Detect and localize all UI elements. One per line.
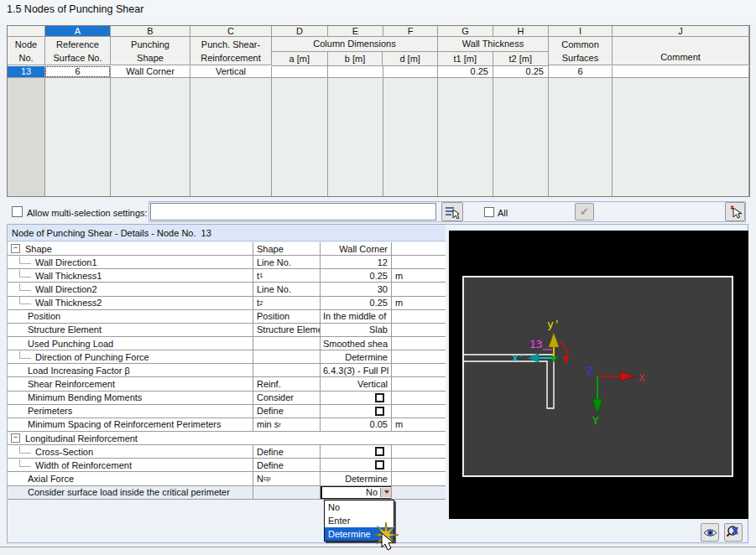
details-row-value[interactable]: 0.25 xyxy=(321,297,392,309)
dropdown-option-no[interactable]: No xyxy=(325,501,394,514)
details-checkbox[interactable] xyxy=(375,447,384,456)
select-special-button[interactable] xyxy=(725,202,745,221)
header-common-surfaces[interactable]: Common Surfaces xyxy=(549,37,613,65)
column-letter-h[interactable]: H xyxy=(493,26,549,37)
collapse-icon[interactable]: − xyxy=(11,433,20,443)
details-row-value[interactable]: Wall Corner xyxy=(321,242,392,255)
column-letter-j[interactable]: J xyxy=(613,26,749,37)
details-row-param: Shape xyxy=(253,242,321,255)
details-row-value[interactable]: Vertical xyxy=(321,377,392,390)
details-row-label[interactable]: Consider surface load inside the critica… xyxy=(8,486,253,499)
details-checkbox[interactable] xyxy=(375,460,384,469)
details-row-value[interactable] xyxy=(321,459,392,471)
window-bottom-strip xyxy=(0,543,756,555)
cell-comment[interactable] xyxy=(613,66,749,78)
details-row-param: Define xyxy=(253,459,321,471)
details-row-label[interactable]: Minimum Spacing of Reinforcement Perimet… xyxy=(8,418,253,431)
header-node-no[interactable]: Node No. xyxy=(8,37,45,65)
checkmark-icon: ✔ xyxy=(580,206,589,217)
column-letter-f[interactable]: F xyxy=(383,26,438,37)
multi-selection-checkbox[interactable] xyxy=(12,206,23,217)
apply-button[interactable]: ✔ xyxy=(575,203,594,220)
details-row-label[interactable]: Cross-Section xyxy=(8,445,253,458)
column-letter-d[interactable]: D xyxy=(272,26,328,37)
table-corner-cell[interactable] xyxy=(8,26,45,37)
details-row-value[interactable]: 0.05 xyxy=(321,418,392,431)
surface-load-combobox[interactable]: No xyxy=(321,486,392,499)
details-row-label[interactable]: Perimeters xyxy=(8,405,253,418)
details-row-value[interactable]: Determine xyxy=(321,472,392,485)
cell-d[interactable] xyxy=(383,66,438,78)
details-row-label[interactable]: Axial Force xyxy=(8,472,253,485)
details-row-value[interactable]: Slab xyxy=(321,324,392,336)
details-checkbox[interactable] xyxy=(375,407,384,416)
details-row: Width of ReinforcementDefine xyxy=(8,459,446,472)
dropdown-option-determine[interactable]: Determine xyxy=(325,527,394,541)
cell-reinforcement[interactable]: Vertical xyxy=(190,66,272,78)
details-row-value[interactable] xyxy=(321,392,392,404)
cell-reference-surface[interactable]: 6 xyxy=(45,66,111,78)
details-row-label[interactable]: Structure Element xyxy=(8,324,253,336)
header-reference-surface[interactable]: Reference Surface No. xyxy=(45,37,111,65)
details-row-value[interactable]: 6.4.3(3) - Full Pl xyxy=(321,364,392,376)
details-row-label[interactable]: Wall Thickness2 xyxy=(8,297,253,309)
visibility-button[interactable] xyxy=(701,523,719,542)
header-a-m[interactable]: a [m] xyxy=(272,52,328,65)
details-row-label[interactable]: Width of Reinforcement xyxy=(8,459,253,471)
cell-t1[interactable]: 0.25 xyxy=(438,66,493,78)
multi-selection-input[interactable] xyxy=(150,203,436,220)
header-b-m[interactable]: b [m] xyxy=(328,52,383,65)
details-row-value[interactable]: Determine xyxy=(321,350,392,363)
header-comment[interactable]: Comment xyxy=(613,37,749,65)
header-t2-m[interactable]: t2 [m] xyxy=(493,52,549,65)
details-row-value[interactable] xyxy=(321,445,392,458)
details-row-label[interactable]: Position xyxy=(8,310,253,323)
all-checkbox[interactable] xyxy=(484,207,494,217)
cancel-zoom-button[interactable] xyxy=(724,523,743,542)
details-row-value[interactable]: 12 xyxy=(321,256,392,268)
header-punching-shape[interactable]: Punching Shape xyxy=(111,37,190,65)
details-row-value[interactable]: 0.25 xyxy=(321,269,392,282)
details-row-param: t2 xyxy=(253,297,321,309)
details-row-label[interactable]: Wall Direction2 xyxy=(8,283,253,295)
header-shear-reinforcement[interactable]: Punch. Shear- Reinforcement xyxy=(190,37,272,65)
details-row-label[interactable]: Wall Direction1 xyxy=(8,256,253,268)
details-row-value[interactable]: Smoothed shea xyxy=(321,337,392,350)
details-row-label[interactable]: Direction of Punching Force xyxy=(8,350,253,363)
header-group-wall-thickness[interactable]: Wall Thickness t1 [m] t2 [m] xyxy=(438,37,549,66)
chevron-down-icon[interactable] xyxy=(380,488,392,497)
details-row-label[interactable]: Shear Reinforcement xyxy=(8,377,253,390)
column-letter-i[interactable]: I xyxy=(549,26,613,37)
row-header-node-13[interactable]: 13 xyxy=(8,66,45,78)
header-t1-m[interactable]: t1 [m] xyxy=(438,52,493,65)
details-row-value[interactable]: In the middle of xyxy=(321,310,392,323)
cell-a[interactable] xyxy=(272,66,328,78)
details-checkbox[interactable] xyxy=(375,393,384,402)
apply-to-list-button[interactable] xyxy=(441,202,463,221)
column-letter-a[interactable]: A xyxy=(45,26,111,37)
cell-t2[interactable]: 0.25 xyxy=(493,66,549,78)
details-row-value[interactable]: 30 xyxy=(321,283,392,295)
details-row-value[interactable]: No xyxy=(321,486,392,499)
column-letter-c[interactable]: C xyxy=(190,26,272,37)
dropdown-option-enter[interactable]: Enter xyxy=(325,514,394,527)
table-row: 13 6 Wall Corner Vertical 0.25 0.25 6 xyxy=(8,66,749,78)
details-row-label[interactable]: −Longitudinal Reinforcement xyxy=(8,432,446,444)
header-group-column-dimensions[interactable]: Column Dimensions a [m] b [m] d [m] xyxy=(272,37,438,66)
details-row-label[interactable]: Minimum Bending Moments xyxy=(8,392,253,404)
details-row-label[interactable]: −Shape xyxy=(8,242,253,255)
header-d-m[interactable]: d [m] xyxy=(383,52,437,65)
column-letter-b[interactable]: B xyxy=(111,26,190,37)
graphics-viewport[interactable]: y' x' 13 X Y Z xyxy=(449,231,748,519)
column-letter-g[interactable]: G xyxy=(438,26,493,37)
cell-b[interactable] xyxy=(328,66,383,78)
details-row: Cross-SectionDefine xyxy=(8,445,446,459)
collapse-icon[interactable]: − xyxy=(11,244,20,253)
details-row-label[interactable]: Wall Thickness1 xyxy=(8,269,253,282)
details-row-value[interactable] xyxy=(321,405,392,418)
details-row-label[interactable]: Load Increasing Factor β xyxy=(8,364,253,376)
cell-punching-shape[interactable]: Wall Corner xyxy=(111,66,190,78)
column-letter-e[interactable]: E xyxy=(328,26,383,37)
details-row-label[interactable]: Used Punching Load xyxy=(8,337,253,350)
cell-common-surfaces[interactable]: 6 xyxy=(549,66,613,78)
